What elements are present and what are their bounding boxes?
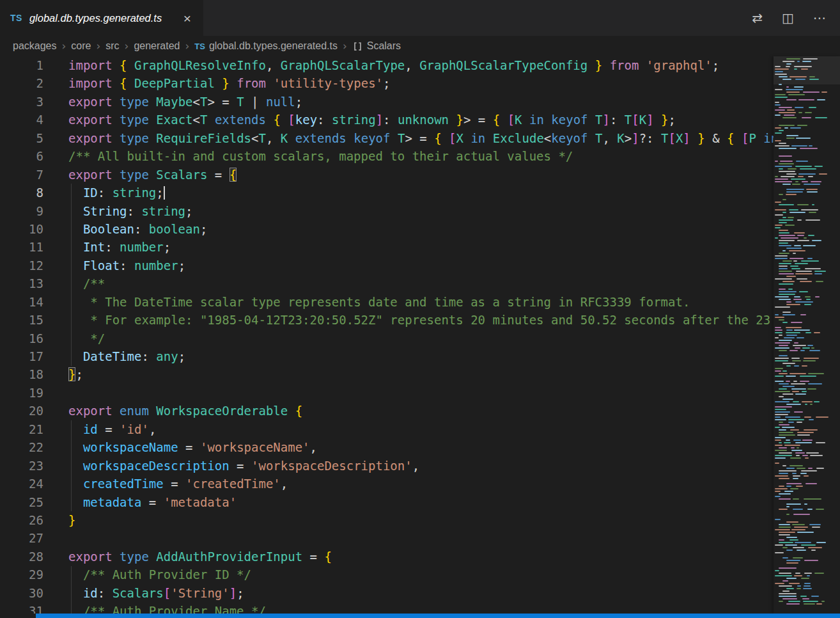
- split-editor-icon[interactable]: ◫: [782, 10, 794, 26]
- breadcrumb-item-core[interactable]: core: [71, 40, 91, 52]
- line-number[interactable]: 8: [0, 184, 43, 202]
- minimap-mark: [775, 445, 782, 446]
- line-number[interactable]: 11: [0, 238, 43, 256]
- breadcrumb-item-symbol-scalars[interactable]: Scalars: [367, 40, 401, 52]
- minimap-mark: [806, 299, 811, 300]
- line-number[interactable]: 23: [0, 457, 43, 475]
- line-number[interactable]: 6: [0, 147, 43, 165]
- code-line[interactable]: 6/** All built-in and custom scalars, ma…: [0, 147, 840, 165]
- symbol-object-icon: [352, 41, 363, 52]
- tab-title: global.db.types.generated.ts: [29, 12, 175, 24]
- code-line[interactable]: 14 * The DateTime scalar type represents…: [0, 293, 840, 311]
- line-number[interactable]: 29: [0, 566, 43, 583]
- code-line[interactable]: 4export type Exact<T extends { [key: str…: [0, 111, 840, 129]
- minimap-mark: [779, 222, 787, 223]
- line-number[interactable]: 3: [0, 93, 43, 111]
- line-number[interactable]: 9: [0, 202, 43, 220]
- breadcrumb-item-src[interactable]: src: [105, 40, 119, 52]
- line-number[interactable]: 14: [0, 293, 43, 311]
- code-line[interactable]: 24 createdTime = 'createdTime',: [0, 475, 840, 493]
- line-number[interactable]: 16: [0, 329, 43, 347]
- minimap-mark: [779, 163, 794, 164]
- code-line[interactable]: 25 metadata = 'metadata': [0, 493, 840, 511]
- line-number[interactable]: 17: [0, 347, 43, 365]
- minimap-mark: [779, 383, 789, 384]
- line-number[interactable]: 31: [0, 602, 43, 614]
- line-number[interactable]: 1: [0, 56, 43, 74]
- code-line[interactable]: 2import { DeepPartial } from 'utility-ty…: [0, 74, 840, 92]
- line-number[interactable]: 7: [0, 166, 43, 184]
- minimap-mark: [786, 248, 802, 249]
- minimap-mark: [808, 235, 814, 236]
- code-line[interactable]: 21 id = 'id',: [0, 420, 840, 438]
- close-tab-icon[interactable]: ×: [182, 12, 193, 25]
- minimap-mark: [805, 268, 821, 269]
- code-line[interactable]: 10 Boolean: boolean;: [0, 220, 840, 238]
- code-editor[interactable]: 1import { GraphQLResolveInfo, GraphQLSca…: [0, 56, 840, 614]
- code-line[interactable]: 23 workspaceDescription = 'workspaceDesc…: [0, 457, 840, 475]
- line-number[interactable]: 5: [0, 129, 43, 147]
- line-number[interactable]: 13: [0, 274, 43, 292]
- more-actions-icon[interactable]: ⋯: [813, 10, 826, 26]
- minimap-mark: [779, 130, 784, 131]
- code-line[interactable]: 13 /**: [0, 274, 840, 292]
- code-line[interactable]: 31 /** Auth Provider Name */: [0, 602, 840, 614]
- minimap-mark: [786, 588, 794, 589]
- minimap-mark: [782, 322, 788, 323]
- code-text: metadata = 'metadata': [68, 493, 237, 511]
- line-number[interactable]: 18: [0, 365, 43, 383]
- breadcrumb-item-packages[interactable]: packages: [13, 40, 57, 52]
- line-number[interactable]: 25: [0, 493, 43, 511]
- line-number[interactable]: 15: [0, 311, 43, 329]
- minimap-mark: [782, 199, 786, 200]
- code-line[interactable]: 3export type Maybe<T> = T | null;: [0, 93, 840, 111]
- minimap-mark: [795, 79, 805, 80]
- code-line[interactable]: 18};: [0, 365, 840, 383]
- line-number[interactable]: 24: [0, 475, 43, 493]
- breadcrumb-item-generated[interactable]: generated: [134, 40, 180, 52]
- breadcrumb-item-filename[interactable]: global.db.types.generated.ts: [209, 40, 338, 52]
- line-number[interactable]: 4: [0, 111, 43, 129]
- line-number[interactable]: 28: [0, 548, 43, 566]
- code-line[interactable]: 16 */: [0, 329, 840, 347]
- line-number[interactable]: 20: [0, 402, 43, 420]
- line-number[interactable]: 27: [0, 529, 43, 547]
- code-line[interactable]: 20export enum WorkspaceOrderable {: [0, 402, 840, 420]
- code-line[interactable]: 29 /** Auth Provider ID */: [0, 566, 840, 583]
- minimap-mark: [804, 429, 817, 431]
- compare-changes-icon[interactable]: ⇄: [752, 10, 763, 26]
- code-line[interactable]: 26}: [0, 511, 840, 529]
- code-line[interactable]: 11 Int: number;: [0, 238, 840, 256]
- minimap-mark: [786, 578, 797, 579]
- minimap-mark: [797, 61, 800, 62]
- minimap-mark: [786, 191, 803, 193]
- code-line[interactable]: 17 DateTime: any;: [0, 347, 840, 365]
- minimap-mark: [786, 514, 789, 515]
- minimap-mark: [816, 416, 828, 418]
- line-number[interactable]: 2: [0, 74, 43, 92]
- minimap-mark: [786, 468, 795, 469]
- code-line[interactable]: 12 Float: number;: [0, 257, 840, 274]
- minimap-mark: [779, 432, 793, 433]
- line-number[interactable]: 26: [0, 511, 43, 529]
- line-number[interactable]: 21: [0, 420, 43, 438]
- code-line[interactable]: 5export type RequireFields<T, K extends …: [0, 129, 840, 147]
- code-line[interactable]: 30 id: Scalars['String'];: [0, 584, 840, 602]
- line-number[interactable]: 19: [0, 384, 43, 402]
- line-number[interactable]: 12: [0, 257, 43, 274]
- line-number[interactable]: 30: [0, 584, 43, 602]
- code-line[interactable]: 7export type Scalars = {: [0, 166, 840, 184]
- code-line[interactable]: 19: [0, 384, 840, 402]
- code-line[interactable]: 27: [0, 529, 840, 547]
- code-line[interactable]: 9 String: string;: [0, 202, 840, 220]
- minimap[interactable]: [774, 56, 840, 614]
- code-line[interactable]: 1import { GraphQLResolveInfo, GraphQLSca…: [0, 56, 840, 74]
- line-number[interactable]: 10: [0, 220, 43, 238]
- code-line[interactable]: 28export type AddAuthProviderInput = {: [0, 548, 840, 566]
- code-line[interactable]: 8 ID: string;: [0, 184, 840, 202]
- tab-global-db-types-generated[interactable]: TS global.db.types.generated.ts ×: [0, 0, 203, 36]
- code-line[interactable]: 22 workspaceName = 'workspaceName',: [0, 438, 840, 456]
- line-number[interactable]: 22: [0, 438, 43, 456]
- code-line[interactable]: 15 * For example: "1985-04-12T23:20:50.5…: [0, 311, 840, 329]
- minimap-mark: [775, 306, 790, 308]
